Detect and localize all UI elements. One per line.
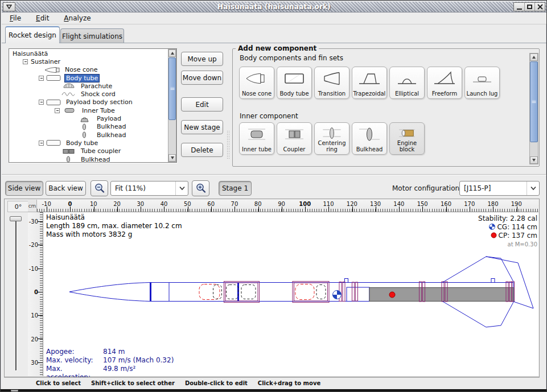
tree-item-inner-tube[interactable]: Inner Tube <box>9 106 168 114</box>
component-panel-scrollbar-thumb[interactable] <box>530 61 538 142</box>
component-panel-scrollbar[interactable] <box>529 53 538 164</box>
bulkhead-icon <box>76 131 93 138</box>
tree-label[interactable]: Tube coupler <box>80 147 122 155</box>
tab-rocket-design[interactable]: Rocket design <box>5 26 60 43</box>
zoom-level-select[interactable]: Fit (11%) <box>110 181 188 196</box>
tree-label[interactable]: Bulkhead <box>96 131 127 139</box>
add-elliptical-fin-button[interactable]: Elliptical <box>389 67 425 99</box>
tree-label-selected[interactable]: Body tube <box>65 75 99 82</box>
tree-label[interactable]: Haisunäätä <box>11 50 49 57</box>
tree-item-parachute[interactable]: Parachute <box>9 82 168 90</box>
inner-tube-icon <box>61 107 79 114</box>
move-up-button[interactable]: Move up <box>181 52 223 66</box>
tree-item-bulkhead[interactable]: Bulkhead <box>9 131 168 139</box>
tab-baseline <box>2 43 546 43</box>
tree-item-body-tube[interactable]: Body tube <box>9 74 168 82</box>
add-trapezoidal-fin-button[interactable]: Trapezoidal <box>352 67 387 99</box>
tree-item-sustainer[interactable]: Sustainer <box>9 57 168 65</box>
tree-item-nose-cone[interactable]: Nose cone <box>9 66 168 74</box>
zoom-out-button[interactable] <box>91 180 108 196</box>
add-engine-block-button[interactable]: Engine block <box>389 122 425 155</box>
zoom-level-value: Fit (11%) <box>111 184 175 192</box>
tree-label[interactable]: Parachute <box>80 82 113 90</box>
move-down-button[interactable]: Move down <box>181 71 223 85</box>
tree-item-body-tube-aft[interactable]: Body tube <box>9 139 168 147</box>
titlebar[interactable]: Haisunäätä (haisunaata.ork) <box>2 2 546 13</box>
window-title: Haisunäätä (haisunaata.ork) <box>2 3 546 11</box>
add-inner-tube-button[interactable]: Inner tube <box>239 122 274 155</box>
side-view-button[interactable]: Side view <box>5 181 43 196</box>
scroll-up-icon[interactable] <box>168 49 176 57</box>
tab-flight-simulations[interactable]: Flight simulations <box>60 28 124 43</box>
add-bulkhead-button[interactable]: Bulkhead <box>352 122 387 155</box>
add-transition-button[interactable]: Transition <box>314 67 349 99</box>
tree-item-shock-cord[interactable]: Shock cord <box>9 90 168 98</box>
tree-label[interactable]: Sustainer <box>30 58 61 65</box>
collapse-expander-icon[interactable] <box>39 76 44 81</box>
mach-condition: at M=0.30 <box>401 241 537 249</box>
trapezoidal-fin-icon <box>357 70 382 87</box>
apogee-value: 814 m <box>103 348 125 356</box>
tree-label[interactable]: Payload body section <box>65 98 134 106</box>
tree-label[interactable]: Shock cord <box>80 90 117 98</box>
scroll-up-icon[interactable] <box>530 53 538 61</box>
collapse-expander-icon[interactable] <box>23 59 28 64</box>
tree-item-payload[interactable]: Payload <box>9 114 168 122</box>
tree-item-tube-coupler[interactable]: Tube coupler <box>9 147 168 155</box>
freeform-fin-icon <box>432 70 457 87</box>
tree-item-bulkhead[interactable]: Bulkhead <box>9 123 168 131</box>
tree-label[interactable]: Nose cone <box>64 66 98 73</box>
body-component-buttons: Nose cone Body tube Transition Trapezoid… <box>239 67 500 99</box>
nose-cone-icon <box>244 70 269 87</box>
splitter-handle[interactable] <box>227 130 230 159</box>
hint-click: Click to select <box>36 380 81 386</box>
tree-item-bulkhead-aft[interactable]: Bulkhead <box>9 155 168 163</box>
collapse-expander-icon[interactable] <box>39 141 44 146</box>
cg-icon <box>489 224 495 232</box>
menu-file[interactable]: File <box>10 14 21 22</box>
tree-label[interactable]: Bulkhead <box>96 123 127 130</box>
edit-button[interactable]: Edit <box>181 97 223 112</box>
new-stage-button[interactable]: New stage <box>181 120 223 134</box>
inner-component-buttons: Inner tube Coupler Centering ring Bulkhe… <box>239 122 425 155</box>
rocket-info: Haisunäätä Length 189 cm, max. diameter … <box>46 213 182 239</box>
back-view-button[interactable]: Back view <box>46 181 86 196</box>
tree-label[interactable]: Body tube <box>65 139 99 147</box>
rotation-slider-track[interactable] <box>15 218 17 370</box>
add-freeform-fin-button[interactable]: Freeform <box>427 67 462 99</box>
zoom-in-button[interactable] <box>192 180 209 196</box>
component-tree-panel: Haisunäätä Sustainer Nose cone Body tube <box>9 48 177 163</box>
menu-edit[interactable]: Edit <box>36 14 49 22</box>
tree-item-payload-body-section[interactable]: Payload body section <box>9 98 168 106</box>
collapse-expander-icon[interactable] <box>39 100 44 105</box>
add-launch-lug-button[interactable]: Launch lug <box>464 67 500 99</box>
tree-scrollbar[interactable] <box>168 49 176 162</box>
delete-button[interactable]: Delete <box>181 143 223 157</box>
rotation-slider-handle[interactable] <box>10 216 22 221</box>
engine-block-icon <box>394 126 419 141</box>
menu-analyze[interactable]: Analyze <box>64 14 91 22</box>
stage-1-toggle[interactable]: Stage 1 <box>219 181 252 196</box>
body-tube-icon <box>46 99 63 106</box>
add-body-tube-button[interactable]: Body tube <box>277 67 312 99</box>
tree-item-rocket[interactable]: Haisunäätä <box>9 49 168 57</box>
add-nose-cone-button[interactable]: Nose cone <box>239 67 274 99</box>
collapse-expander-icon[interactable] <box>55 108 60 113</box>
window-controls <box>513 2 545 11</box>
close-button[interactable] <box>534 3 545 11</box>
tree-label[interactable]: Inner Tube <box>81 107 116 114</box>
tree-label[interactable]: Bulkhead <box>80 156 111 163</box>
scroll-down-icon[interactable] <box>168 154 176 162</box>
minimize-button[interactable] <box>514 3 524 11</box>
component-tree: Haisunäätä Sustainer Nose cone Body tube <box>9 49 168 162</box>
scroll-down-icon[interactable] <box>530 156 538 164</box>
tree-label[interactable]: Payload <box>96 115 122 122</box>
add-centering-ring-button[interactable]: Centering ring <box>314 122 349 155</box>
tree-scrollbar-thumb[interactable] <box>168 57 176 120</box>
resize-grip[interactable] <box>11 390 18 392</box>
maximize-button[interactable] <box>524 3 534 11</box>
parachute-icon <box>60 82 77 89</box>
add-coupler-button[interactable]: Coupler <box>277 122 312 155</box>
motor-configuration-select[interactable]: [J115-P] <box>459 181 540 196</box>
bulkhead-icon <box>76 123 93 130</box>
